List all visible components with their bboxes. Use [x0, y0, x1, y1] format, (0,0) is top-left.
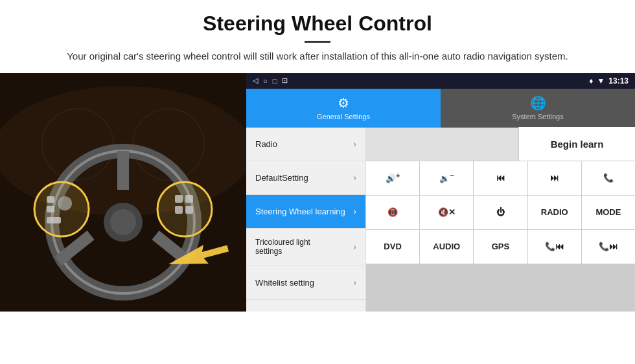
mute-button[interactable]: 🔇✕: [420, 196, 473, 229]
power-button[interactable]: ⏻: [474, 196, 527, 229]
svg-rect-19: [175, 206, 183, 214]
status-time: 13:13: [608, 76, 629, 85]
top-row: Begin learn: [366, 128, 635, 161]
right-panel: Begin learn 🔊+ 🔉− ⏮: [366, 128, 635, 312]
menu-label-whitelist: Whitelist setting: [255, 278, 314, 288]
menu-list: Radio › DefaultSetting › Steering Wheel …: [246, 128, 366, 312]
steering-wheel-image: [0, 73, 246, 312]
next-track-button[interactable]: ⏭: [528, 161, 581, 195]
mute-icon: 🔇✕: [438, 207, 456, 217]
phone-button[interactable]: 📞: [582, 161, 635, 195]
android-ui: ◁ ○ □ ⊡ ♦ ▼ 13:13 ⚙ General Settings: [246, 73, 635, 312]
menu-item-steering[interactable]: Steering Wheel learning ›: [246, 195, 365, 229]
dvd-label: DVD: [384, 242, 401, 251]
svg-rect-16: [47, 217, 61, 223]
svg-rect-18: [185, 195, 193, 203]
screenshot-icon[interactable]: ⊡: [282, 76, 288, 85]
svg-point-12: [157, 182, 212, 236]
menu-item-radio[interactable]: Radio ›: [246, 128, 365, 161]
signal-icon: ▼: [597, 76, 605, 85]
page-subtitle: Your original car's steering wheel contr…: [26, 49, 609, 64]
prev-track-button[interactable]: ⏮: [474, 161, 527, 195]
android-main: Radio › DefaultSetting › Steering Wheel …: [246, 128, 635, 312]
recent-icon[interactable]: □: [273, 77, 277, 85]
top-nav: ⚙ General Settings 🌐 System Settings: [246, 89, 635, 128]
begin-learn-button[interactable]: Begin learn: [518, 127, 635, 161]
chevron-icon-steering: ›: [353, 206, 356, 216]
svg-rect-17: [175, 195, 183, 203]
page-wrapper: Steering Wheel Control Your original car…: [0, 0, 635, 312]
power-icon: ⏻: [496, 207, 505, 217]
svg-rect-15: [58, 196, 72, 210]
gps-button[interactable]: GPS: [474, 230, 527, 264]
home-icon[interactable]: ○: [263, 77, 268, 85]
chevron-icon-tricoloured: ›: [353, 242, 356, 252]
next-track-icon: ⏭: [550, 173, 559, 183]
car-image-area: [0, 73, 246, 312]
chevron-icon-whitelist: ›: [353, 277, 356, 288]
menu-item-whitelist[interactable]: Whitelist setting ›: [246, 266, 365, 300]
location-icon: ♦: [589, 76, 593, 85]
menu-label-steering: Steering Wheel learning: [255, 207, 345, 216]
button-grid: 🔊+ 🔉− ⏮ ⏭ 📞: [366, 161, 635, 312]
vol-down-button[interactable]: 🔉−: [420, 161, 473, 195]
tab-system-settings[interactable]: 🌐 System Settings: [441, 89, 635, 128]
svg-point-10: [110, 209, 136, 235]
hang-up-button[interactable]: 📵: [366, 196, 419, 229]
tel-prev-icon: 📞⏮: [545, 242, 564, 251]
chevron-icon-radio: ›: [353, 139, 356, 149]
svg-rect-20: [185, 206, 193, 214]
back-icon[interactable]: ◁: [253, 76, 258, 85]
gear-icon: ⚙: [338, 95, 349, 111]
menu-label-tricoloured: Tricoloured lightsettings: [255, 238, 310, 256]
content-area: ◁ ○ □ ⊡ ♦ ▼ 13:13 ⚙ General Settings: [0, 73, 635, 312]
hang-up-icon: 📵: [387, 207, 398, 217]
dvd-button[interactable]: DVD: [366, 230, 419, 264]
tab-general-settings[interactable]: ⚙ General Settings: [246, 89, 441, 128]
radio-label: RADIO: [541, 207, 568, 217]
svg-rect-13: [47, 196, 54, 203]
tel-next-icon: 📞⏭: [599, 242, 618, 251]
gps-label: GPS: [492, 242, 509, 251]
page-header: Steering Wheel Control Your original car…: [0, 0, 635, 71]
radio-button[interactable]: RADIO: [528, 196, 581, 229]
svg-rect-14: [47, 206, 54, 212]
page-title: Steering Wheel Control: [26, 12, 609, 36]
tel-next-button[interactable]: 📞⏭: [582, 230, 635, 264]
menu-label-radio: Radio: [255, 139, 277, 149]
mode-label: MODE: [595, 207, 621, 217]
audio-label: AUDIO: [433, 242, 460, 251]
chevron-icon-default: ›: [353, 172, 356, 183]
status-right: ♦ ▼ 13:13: [589, 76, 629, 85]
vol-up-button[interactable]: 🔊+: [366, 161, 419, 195]
menu-item-tricoloured[interactable]: Tricoloured lightsettings ›: [246, 229, 365, 266]
tel-prev-button[interactable]: 📞⏮: [528, 230, 581, 264]
status-bar: ◁ ○ □ ⊡ ♦ ▼ 13:13: [246, 73, 635, 89]
phone-icon: 📞: [603, 173, 614, 183]
mode-button[interactable]: MODE: [582, 196, 635, 229]
status-left-icons: ◁ ○ □ ⊡: [253, 76, 288, 85]
globe-icon: 🌐: [530, 95, 546, 111]
menu-label-default: DefaultSetting: [255, 173, 308, 183]
prev-track-icon: ⏮: [496, 173, 505, 183]
menu-item-defaultsetting[interactable]: DefaultSetting ›: [246, 161, 365, 195]
vol-down-icon: 🔉−: [439, 172, 454, 183]
title-divider: [305, 41, 330, 43]
vol-up-icon: 🔊+: [386, 172, 400, 183]
audio-button[interactable]: AUDIO: [420, 230, 473, 264]
